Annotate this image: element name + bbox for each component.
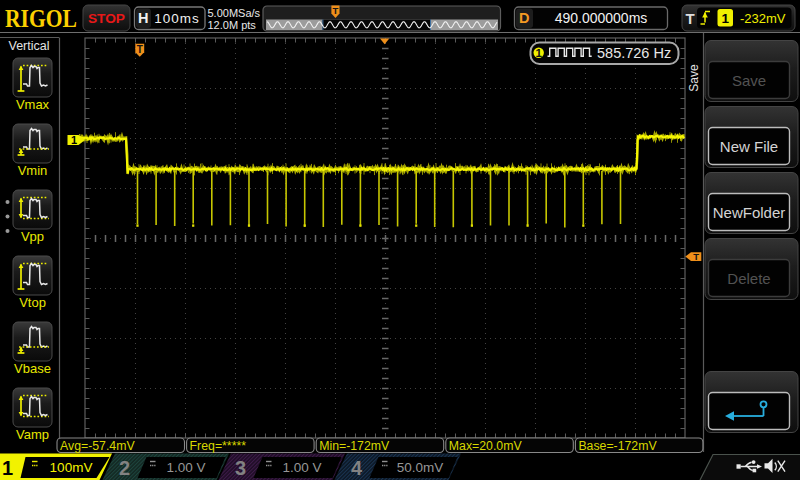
svg-text:Vmax: Vmax	[16, 97, 50, 112]
svg-text:STOP: STOP	[88, 11, 125, 26]
svg-text:T: T	[333, 5, 339, 16]
svg-text:4: 4	[351, 457, 363, 479]
svg-text:50.0mV: 50.0mV	[397, 460, 444, 475]
svg-text:T: T	[686, 10, 695, 27]
svg-text:100ms: 100ms	[154, 11, 200, 26]
svg-text:RIGOL: RIGOL	[5, 5, 77, 32]
svg-text:1: 1	[535, 47, 542, 59]
svg-text:NewFolder: NewFolder	[713, 204, 786, 221]
svg-text:D: D	[519, 10, 529, 26]
svg-text:T: T	[693, 251, 699, 262]
svg-text:T: T	[137, 44, 143, 55]
svg-text:Freq=*****: Freq=*****	[190, 439, 247, 453]
svg-text:2: 2	[119, 457, 130, 479]
svg-text:Save: Save	[732, 72, 766, 89]
svg-text:12.0M pts: 12.0M pts	[208, 19, 257, 31]
svg-text:Save: Save	[687, 64, 701, 92]
svg-text:Max=20.0mV: Max=20.0mV	[449, 439, 523, 453]
svg-text:Avg=-57.4mV: Avg=-57.4mV	[60, 439, 135, 453]
svg-text:Vbase: Vbase	[14, 361, 51, 376]
svg-text:Base=-172mV: Base=-172mV	[578, 439, 657, 453]
svg-text:3: 3	[235, 457, 246, 479]
svg-text:1.00 V: 1.00 V	[282, 460, 321, 475]
svg-text:Vtop: Vtop	[19, 295, 46, 310]
svg-text:490.000000ms: 490.000000ms	[555, 10, 648, 26]
svg-text:Delete: Delete	[727, 270, 770, 287]
svg-text:585.726 Hz: 585.726 Hz	[597, 45, 671, 61]
svg-text:Vmin: Vmin	[18, 163, 48, 178]
svg-text:Vertical: Vertical	[9, 39, 50, 53]
svg-text:Min=-172mV: Min=-172mV	[319, 439, 390, 453]
svg-text:1: 1	[721, 11, 729, 26]
svg-text:H: H	[138, 10, 148, 26]
svg-text:Vpp: Vpp	[21, 229, 44, 244]
svg-text:New File: New File	[720, 138, 778, 155]
svg-text:1.00 V: 1.00 V	[166, 460, 205, 475]
svg-text:1: 1	[2, 457, 13, 479]
svg-text:5.00MSa/s: 5.00MSa/s	[208, 7, 261, 19]
svg-text:-232mV: -232mV	[740, 11, 786, 26]
svg-text:Vamp: Vamp	[16, 427, 49, 442]
svg-text:1: 1	[71, 134, 77, 146]
svg-text:100mV: 100mV	[50, 460, 93, 475]
